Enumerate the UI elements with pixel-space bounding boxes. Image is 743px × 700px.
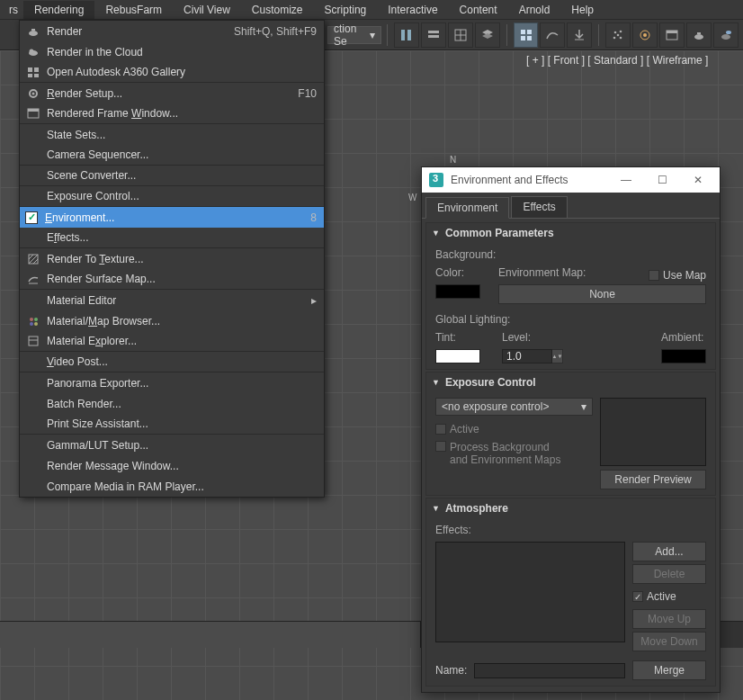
svg-rect-36: [28, 109, 39, 112]
menu-item-label: Render Surface Map...: [47, 273, 317, 285]
blank-icon: [25, 189, 41, 203]
gallery-icon: [25, 65, 41, 79]
teapot-cloud-icon[interactable]: [713, 22, 739, 48]
menu-shortcut: Shift+Q, Shift+F9: [234, 25, 317, 38]
level-spinner[interactable]: 1.0 ▲▼: [502, 349, 563, 363]
section-atmosphere: ▼Atmosphere Effects: Add... Delete Activ…: [425, 498, 716, 687]
move-up-button[interactable]: Move Up: [632, 609, 706, 629]
tab-environment[interactable]: Environment: [425, 197, 509, 219]
menu-item-material-editor[interactable]: Material Editor▸: [20, 290, 324, 310]
section-header-exposure[interactable]: ▼Exposure Control: [426, 372, 715, 392]
menu-item-compare-media-in-ram-player[interactable]: Compare Media in RAM Player...: [20, 476, 324, 497]
svg-point-23: [721, 34, 730, 40]
exposure-control-dropdown[interactable]: <no exposure control> ▾: [435, 398, 593, 416]
menu-item-render-in-the-cloud[interactable]: Render in the Cloud: [20, 41, 324, 62]
stack-icon[interactable]: [475, 22, 500, 48]
menu-item-state-sets[interactable]: State Sets...: [20, 124, 324, 145]
ambient-swatch[interactable]: [661, 349, 706, 363]
svg-rect-32: [34, 74, 39, 77]
delete-button[interactable]: Delete: [632, 564, 706, 584]
name-input[interactable]: [474, 663, 625, 678]
menu-interactive[interactable]: Interactive: [377, 1, 448, 19]
environment-map-button[interactable]: None: [498, 284, 706, 304]
menu-item-camera-sequencer[interactable]: Camera Sequencer...: [20, 145, 324, 166]
menu-content[interactable]: Content: [449, 1, 508, 19]
menu-item-render-to-texture[interactable]: Render To Texture...: [20, 248, 324, 269]
svg-point-18: [643, 33, 647, 37]
frame-window-icon[interactable]: [659, 22, 685, 48]
color-label: Color:: [435, 266, 480, 279]
menu-item-label: Gamma/LUT Setup...: [47, 439, 317, 452]
curve-editor-icon[interactable]: [540, 22, 565, 48]
move-down-button[interactable]: Move Down: [632, 632, 706, 651]
menu-item-label: Video Post...: [47, 355, 317, 368]
menu-item-environment[interactable]: Environment...8: [20, 207, 324, 228]
selection-set-dropdown[interactable]: ction Se ▾: [327, 26, 381, 44]
blank-icon: [25, 376, 41, 390]
menu-item-video-post[interactable]: Video Post...: [20, 352, 324, 372]
svg-point-24: [726, 31, 731, 34]
chevron-down-icon: ▾: [370, 29, 375, 41]
browser-icon: [25, 314, 41, 328]
menu-arnold[interactable]: Arnold: [508, 1, 561, 19]
menu-item-label: Effects...: [47, 231, 317, 244]
spinner-arrows-icon[interactable]: ▲▼: [552, 349, 563, 363]
menu-customize[interactable]: Customize: [241, 1, 314, 19]
render-preview-button[interactable]: Render Preview: [600, 470, 706, 489]
teapot-render-icon[interactable]: [686, 22, 712, 48]
menu-item-render-setup[interactable]: Render Setup...F10: [20, 83, 324, 103]
render-setup-icon[interactable]: [632, 22, 658, 48]
section-header-common[interactable]: ▼Common Parameters: [426, 223, 715, 243]
menu-item-rendered-frame-window[interactable]: Rendered Frame Window...: [20, 103, 324, 124]
section-exposure-control: ▼Exposure Control <no exposure control> …: [425, 372, 716, 496]
tint-swatch[interactable]: [435, 349, 480, 363]
svg-rect-0: [401, 30, 405, 40]
atmosphere-active-checkbox[interactable]: [632, 591, 643, 602]
menu-item-gamma-lut-setup[interactable]: Gamma/LUT Setup...: [20, 435, 324, 455]
particles-icon[interactable]: [605, 22, 631, 48]
svg-point-42: [34, 322, 38, 326]
maximize-button[interactable]: ☐: [644, 167, 680, 193]
dialog-titlebar[interactable]: Environment and Effects — ☐ ✕: [422, 167, 720, 193]
menu-item-label: Exposure Control...: [47, 190, 317, 202]
menu-item-print-size-assistant[interactable]: Print Size Assistant...: [20, 414, 324, 435]
use-map-checkbox[interactable]: [649, 270, 659, 281]
grid-toggle-icon[interactable]: [514, 22, 539, 48]
menu-help[interactable]: Help: [560, 1, 604, 19]
effects-list[interactable]: [435, 542, 625, 642]
level-value[interactable]: 1.0: [502, 349, 552, 363]
menu-item-exposure-control[interactable]: Exposure Control...: [20, 186, 324, 207]
menu-item-render-message-window[interactable]: Render Message Window...: [20, 455, 324, 476]
rendering-menu: RenderShift+Q, Shift+F9Render in the Clo…: [19, 20, 325, 498]
menu-item-material-explorer[interactable]: Material Explorer...: [20, 331, 324, 352]
schematic-icon[interactable]: [448, 22, 473, 48]
menu-item-label: Render To Texture...: [47, 253, 317, 265]
menu-item-open-autodesk-a360-gallery[interactable]: Open Autodesk A360 Gallery: [20, 62, 324, 83]
tab-effects[interactable]: Effects: [511, 196, 567, 218]
menu-item-render[interactable]: RenderShift+Q, Shift+F9: [20, 21, 324, 41]
minimize-button[interactable]: —: [608, 167, 644, 193]
merge-button[interactable]: Merge: [632, 660, 706, 680]
menu-item-material-map-browser[interactable]: Material/Map Browser...: [20, 310, 324, 331]
menu-item-effects[interactable]: Effects...: [20, 228, 324, 248]
layers-icon[interactable]: [421, 22, 446, 48]
menu-item-batch-render[interactable]: Batch Render...: [20, 393, 324, 414]
section-header-atmosphere[interactable]: ▼Atmosphere: [426, 498, 715, 518]
menu-rebusfarm[interactable]: RebusFarm: [94, 1, 173, 19]
menu-item-render-surface-map[interactable]: Render Surface Map...: [20, 269, 324, 290]
menu-rendering[interactable]: Rendering: [23, 1, 94, 19]
menu-scripting[interactable]: Scripting: [314, 1, 378, 19]
blank-icon: [25, 128, 41, 142]
svg-point-41: [30, 322, 33, 326]
menu-item-panorama-exporter[interactable]: Panorama Exporter...: [20, 372, 324, 393]
blank-icon: [25, 354, 41, 369]
viewport-label[interactable]: [ + ] [ Front ] [ Standard ] [ Wireframe…: [526, 54, 708, 67]
menu-item-label: Material/Map Browser...: [47, 315, 317, 328]
add-button[interactable]: Add...: [632, 542, 706, 561]
close-button[interactable]: ✕: [680, 167, 716, 193]
menu-civilview[interactable]: Civil View: [173, 1, 241, 19]
menu-item-scene-converter[interactable]: Scene Converter...: [20, 166, 324, 186]
background-color-swatch[interactable]: [435, 284, 480, 299]
download-icon[interactable]: [567, 22, 592, 48]
align-icon[interactable]: [394, 22, 419, 48]
